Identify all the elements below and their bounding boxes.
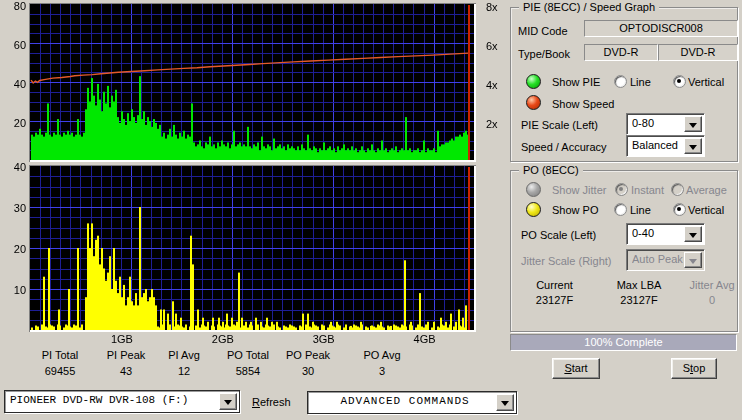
- stat-po-avg: PO Avg 3: [352, 349, 412, 377]
- speed-accuracy-label: Speed / Accuracy: [521, 141, 607, 153]
- po-scale-dropdown-arrow[interactable]: [684, 226, 702, 242]
- stat-po-peak: PO Peak 30: [278, 349, 338, 377]
- po-groupbox-title: PO (8ECC): [519, 164, 583, 176]
- current-lba-label: Current: [527, 279, 582, 291]
- po-scale-combobox[interactable]: 0-40: [626, 223, 705, 245]
- disc-quality-scanner-window: PI Total 69455 PI Peak 43 PI Avg 12 PO T…: [0, 0, 742, 420]
- jitter-instant-radio: [615, 183, 628, 196]
- max-lba-label: Max LBA: [608, 279, 670, 291]
- mid-code-field: OPTODISCR008: [584, 20, 738, 37]
- show-speed-led-button[interactable]: [526, 95, 541, 110]
- jitter-instant-label: Instant: [631, 184, 664, 196]
- refresh-link[interactable]: Refresh: [252, 396, 291, 408]
- advanced-commands-combobox[interactable]: ADVANCED COMMANDS: [307, 391, 517, 414]
- jitter-avg-value: 0: [682, 294, 742, 306]
- pie-vertical-label: Vertical: [688, 76, 724, 88]
- stat-pi-peak: PI Peak 43: [96, 349, 156, 377]
- pie-po-speed-graphs: [0, 0, 505, 348]
- advanced-commands-value: ADVANCED COMMANDS: [313, 395, 497, 407]
- stat-value: 69455: [25, 365, 95, 377]
- po-scale-label: PO Scale (Left): [521, 229, 596, 241]
- show-po-led-button[interactable]: [526, 202, 541, 217]
- po-scale-value: 0-40: [632, 227, 685, 239]
- show-jitter-led-button: [526, 182, 541, 197]
- type-book-label: Type/Book: [518, 48, 570, 60]
- stat-value: 5854: [217, 365, 279, 377]
- current-lba-value: 23127F: [527, 294, 582, 306]
- show-speed-label: Show Speed: [552, 98, 614, 110]
- drive-select-combobox[interactable]: PIONEER DVD-RW DVR-108 (F:): [4, 390, 240, 413]
- stat-po-total: PO Total 5854: [217, 349, 279, 377]
- stat-pi-avg: PI Avg 12: [154, 349, 214, 377]
- stat-label: PI Peak: [96, 349, 156, 361]
- progress-bar: 100% Complete: [510, 334, 737, 351]
- show-pie-label: Show PIE: [552, 76, 600, 88]
- jitter-average-radio: [671, 183, 684, 196]
- po-line-radio[interactable]: [614, 203, 627, 216]
- stat-label: PI Avg: [154, 349, 214, 361]
- stop-button[interactable]: Stop: [671, 358, 717, 379]
- stat-value: 12: [154, 365, 214, 377]
- stat-label: PI Total: [25, 349, 95, 361]
- book-type-field: DVD-R: [658, 44, 738, 61]
- jitter-scale-dropdown-arrow: [684, 252, 702, 268]
- speed-accuracy-value: Balanced: [632, 139, 685, 151]
- stat-value: 30: [278, 365, 338, 377]
- pie-scale-dropdown-arrow[interactable]: [684, 116, 702, 132]
- pie-line-label: Line: [630, 76, 651, 88]
- start-button[interactable]: Start: [552, 358, 600, 379]
- max-lba-value: 23127F: [608, 294, 670, 306]
- po-vertical-radio[interactable]: [673, 203, 686, 216]
- drive-select-value: PIONEER DVD-RW DVR-108 (F:): [10, 394, 220, 406]
- advanced-commands-dropdown-arrow[interactable]: [496, 394, 514, 411]
- show-po-label: Show PO: [552, 204, 598, 216]
- speed-accuracy-dropdown-arrow[interactable]: [684, 138, 702, 154]
- drive-select-dropdown-arrow[interactable]: [219, 393, 237, 410]
- show-pie-led-button[interactable]: [526, 74, 541, 89]
- pie-scale-label: PIE Scale (Left): [521, 119, 598, 131]
- show-jitter-label: Show Jitter: [552, 184, 606, 196]
- disc-type-field: DVD-R: [584, 44, 658, 61]
- po-line-label: Line: [630, 204, 651, 216]
- pie-groupbox-title: PIE (8ECC) / Speed Graph: [519, 1, 659, 13]
- stat-pi-total: PI Total 69455: [25, 349, 95, 377]
- jitter-avg-label: Jitter Avg: [682, 279, 742, 291]
- stat-label: PO Avg: [352, 349, 412, 361]
- stat-value: 3: [352, 365, 412, 377]
- mid-code-label: MID Code: [518, 25, 568, 37]
- speed-accuracy-combobox[interactable]: Balanced: [626, 135, 705, 157]
- po-vertical-label: Vertical: [688, 204, 724, 216]
- pie-line-radio[interactable]: [614, 75, 627, 88]
- jitter-scale-combobox: Auto Peak: [626, 249, 705, 271]
- jitter-scale-label: Jitter Scale (Right): [521, 255, 611, 267]
- pie-vertical-radio[interactable]: [673, 75, 686, 88]
- jitter-scale-value: Auto Peak: [632, 253, 685, 265]
- stat-value: 43: [96, 365, 156, 377]
- pie-scale-combobox[interactable]: 0-80: [626, 113, 705, 135]
- stat-label: PO Total: [217, 349, 279, 361]
- jitter-average-label: Average: [686, 184, 727, 196]
- stat-label: PO Peak: [278, 349, 338, 361]
- pie-scale-value: 0-80: [632, 117, 685, 129]
